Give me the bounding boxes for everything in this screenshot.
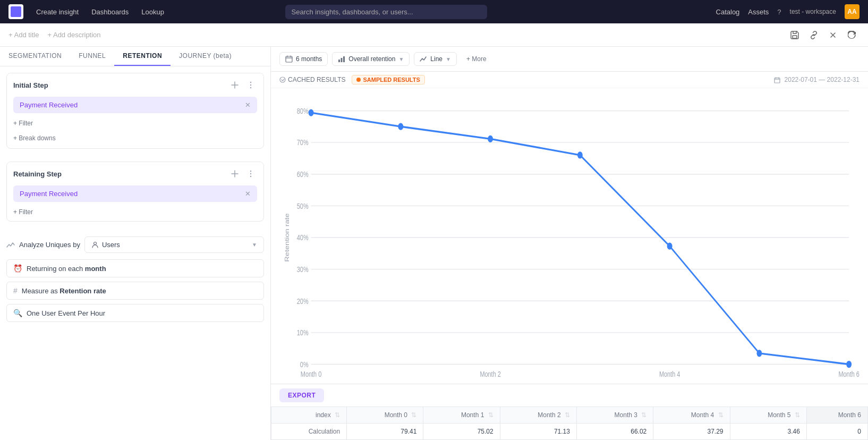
table-header-month0[interactable]: Month 0 ⇅	[347, 407, 423, 424]
retaining-filter-btn[interactable]: + Filter	[7, 206, 263, 221]
link-icon[interactable]	[806, 28, 821, 43]
search-input[interactable]: Search insights, dashboards, or users...	[285, 5, 487, 19]
svg-text:Month 2: Month 2	[480, 370, 500, 378]
nav-catalog[interactable]: Catalog	[716, 8, 740, 16]
table-row: Calculation 79.41 75.02 71.13 66.02 37.2…	[271, 424, 868, 440]
retaining-step-event[interactable]: Payment Received ✕	[13, 185, 257, 202]
initial-event-close-icon[interactable]: ✕	[245, 101, 251, 109]
initial-step-actions	[228, 79, 257, 91]
sort-index-icon[interactable]: ⇅	[335, 411, 340, 419]
retaining-step-card: Retaining Step Payment Received ✕ + Filt…	[6, 162, 264, 222]
more-btn[interactable]: + More	[461, 53, 492, 65]
table-header-month2[interactable]: Month 2 ⇅	[500, 407, 576, 424]
refresh-icon[interactable]	[845, 28, 860, 43]
period-btn[interactable]: 6 months	[279, 52, 328, 66]
top-navigation: Create insight Dashboards Lookup Search …	[0, 0, 868, 23]
nav-assets[interactable]: Assets	[748, 8, 769, 16]
add-description-btn[interactable]: + Add description	[47, 31, 100, 39]
logo[interactable]	[8, 4, 23, 19]
chart-type-select[interactable]: Line ▼	[414, 52, 457, 66]
date-range-text: 2022-07-01 — 2022-12-31	[785, 76, 860, 83]
nav-lookup[interactable]: Lookup	[141, 8, 164, 16]
left-panel: SEGMENTATION FUNNEL RETENTION JOURNEY (b…	[0, 47, 271, 440]
table-header-month4[interactable]: Month 4 ⇅	[653, 407, 730, 424]
initial-step-header: Initial Step	[7, 73, 263, 97]
sampled-dot	[356, 78, 361, 82]
table-header-month3[interactable]: Month 3 ⇅	[576, 407, 653, 424]
tab-retention[interactable]: RETENTION	[114, 47, 171, 66]
analyze-select[interactable]: Users ▼	[84, 236, 264, 253]
data-point-6	[846, 361, 852, 368]
tab-segmentation[interactable]: SEGMENTATION	[0, 47, 70, 66]
data-point-5	[756, 350, 762, 357]
initial-step-event[interactable]: Payment Received ✕	[13, 97, 257, 113]
measure-text: Measure as Retention rate	[22, 287, 106, 295]
svg-point-6	[250, 176, 251, 177]
nav-create-insight[interactable]: Create insight	[36, 8, 79, 16]
bottom-controls: Analyze Uniques by Users ▼ ⏰ Returning o…	[0, 228, 270, 328]
retention-chevron-icon: ▼	[398, 56, 404, 62]
retaining-event-close-icon[interactable]: ✕	[245, 190, 251, 198]
table-header-row: index ⇅ Month 0 ⇅ Month 1 ⇅ Month 2	[271, 407, 868, 424]
svg-text:Month 0: Month 0	[301, 370, 321, 378]
row-month3: 66.02	[576, 424, 653, 440]
sort-month5-icon[interactable]: ⇅	[795, 411, 800, 419]
row-month0: 79.41	[347, 424, 423, 440]
help-icon[interactable]: ?	[777, 8, 781, 16]
title-bar-left: + Add title + Add description	[8, 31, 101, 39]
export-button[interactable]: EXPORT	[279, 388, 324, 402]
svg-rect-8	[286, 56, 292, 62]
event-per-hour-control[interactable]: 🔍 One User Event Per Hour	[6, 304, 264, 322]
cache-bar: CACHED RESULTS SAMPLED RESULTS 2022-07-0…	[271, 72, 868, 88]
analyze-icon	[6, 241, 15, 249]
close-icon[interactable]	[826, 28, 840, 43]
svg-rect-13	[775, 78, 780, 83]
data-point-3	[577, 151, 583, 158]
initial-breakdown-btn[interactable]: + Break downs	[7, 132, 263, 148]
row-index: Calculation	[271, 424, 347, 440]
table-header-month6[interactable]: Month 6	[806, 407, 867, 424]
retaining-event-label: Payment Received	[20, 190, 78, 198]
save-icon[interactable]	[787, 28, 802, 43]
sort-month0-icon[interactable]: ⇅	[411, 411, 416, 419]
event-per-hour-text: One User Event Per Hour	[27, 309, 105, 317]
table-header-month1[interactable]: Month 1 ⇅	[423, 407, 500, 424]
svg-text:20%: 20%	[297, 297, 309, 306]
chart-type-chevron-icon: ▼	[446, 56, 451, 62]
add-title-btn[interactable]: + Add title	[8, 31, 39, 39]
sort-month1-icon[interactable]: ⇅	[488, 411, 493, 419]
tab-journey[interactable]: JOURNEY (beta)	[171, 47, 240, 66]
retention-type-select[interactable]: Overall retention ▼	[332, 52, 410, 66]
data-point-0	[309, 109, 314, 116]
row-month2: 71.13	[500, 424, 576, 440]
add-retaining-event-icon[interactable]	[228, 167, 241, 180]
retaining-step-header: Retaining Step	[7, 162, 263, 185]
table-header-index[interactable]: index ⇅	[271, 407, 347, 424]
initial-filter-btn[interactable]: + Filter	[7, 117, 263, 132]
retaining-step-title: Retaining Step	[13, 170, 62, 178]
nav-dashboards[interactable]: Dashboards	[91, 8, 129, 16]
nav-right: Catalog Assets ? test - workspace AA	[716, 4, 860, 19]
date-icon	[774, 77, 780, 83]
add-event-icon[interactable]	[228, 79, 241, 91]
row-month1: 75.02	[423, 424, 500, 440]
retention-table: index ⇅ Month 0 ⇅ Month 1 ⇅ Month 2	[271, 407, 868, 440]
retention-line	[311, 113, 849, 364]
data-point-4	[667, 243, 673, 250]
more-options-icon[interactable]	[244, 79, 257, 91]
returning-control[interactable]: ⏰ Returning on each month	[6, 259, 264, 277]
sort-month4-icon[interactable]: ⇅	[718, 411, 724, 419]
tab-funnel[interactable]: FUNNEL	[70, 47, 114, 66]
table-header-month5[interactable]: Month 5 ⇅	[730, 407, 806, 424]
hash-icon: #	[13, 286, 18, 295]
svg-text:60%: 60%	[297, 170, 309, 179]
row-month5: 3.46	[730, 424, 806, 440]
sort-month3-icon[interactable]: ⇅	[641, 411, 646, 419]
measure-control[interactable]: # Measure as Retention rate	[6, 282, 264, 300]
right-panel: 6 months Overall retention ▼ Line ▼ + Mo…	[271, 47, 868, 440]
retaining-more-options-icon[interactable]	[244, 167, 257, 180]
users-icon	[91, 241, 99, 249]
avatar: AA	[845, 4, 860, 19]
sort-month2-icon[interactable]: ⇅	[565, 411, 570, 419]
svg-text:Month 6: Month 6	[838, 370, 859, 378]
